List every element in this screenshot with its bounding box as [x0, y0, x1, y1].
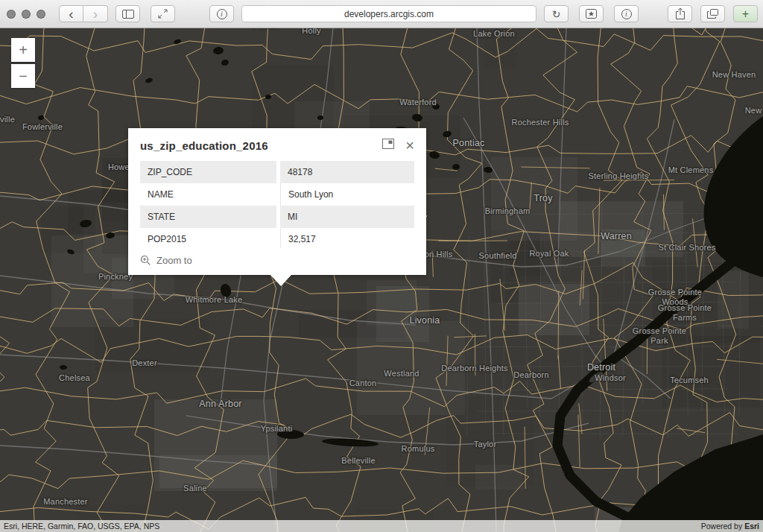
esri-link[interactable]: Esri [744, 522, 759, 531]
site-info-button[interactable] [614, 5, 639, 22]
map-canvas[interactable]: FentonHollyLake OrionNew HavenNewWaterfo… [0, 28, 763, 532]
field-value: 32,517 [280, 228, 414, 247]
minimize-window-button[interactable] [22, 10, 31, 19]
url-text: developers.arcgis.com [344, 9, 434, 19]
sidebar-icon [122, 10, 134, 19]
share-icon [675, 7, 686, 20]
zoom-controls: + − [11, 38, 35, 90]
powered-by: Powered by Esri [701, 522, 759, 531]
attribution-sources: Esri, HERE, Garmin, FAO, USGS, EPA, NPS [4, 522, 159, 531]
magnifier-plus-icon [140, 255, 151, 266]
field-name: ZIP_CODE [140, 161, 276, 183]
field-value: MI [280, 206, 414, 228]
browser-chrome: ‹ › developers.arcgis.com ↻ + [0, 0, 763, 28]
close-window-button[interactable] [7, 10, 16, 19]
url-field[interactable]: developers.arcgis.com [241, 5, 536, 22]
table-row: NAME South Lyon [140, 183, 414, 206]
favorites-button[interactable] [579, 5, 604, 22]
close-popup-button[interactable]: × [405, 140, 414, 151]
nav-buttons: ‹ › [59, 5, 108, 22]
attribution-bar: Esri, HERE, Garmin, FAO, USGS, EPA, NPS … [0, 520, 763, 532]
dock-popup-button[interactable] [382, 139, 394, 152]
tabs-icon [707, 9, 718, 19]
refresh-icon: ↻ [552, 8, 561, 20]
table-row: STATE MI [140, 206, 414, 228]
plus-icon: + [742, 7, 749, 21]
table-row: POP2015 32,517 [140, 228, 414, 247]
back-button[interactable]: ‹ [59, 5, 83, 22]
info-icon [621, 9, 632, 19]
tab-overview-button[interactable] [700, 5, 725, 22]
forward-button[interactable]: › [83, 5, 108, 22]
expand-button[interactable] [151, 5, 175, 22]
feature-popup: us_zip_education_2016 × ZIP_CODE 48178 N… [128, 128, 426, 275]
sidebar-button[interactable] [115, 5, 140, 22]
forward-icon: › [93, 7, 98, 21]
zoom-out-button[interactable]: − [11, 64, 35, 88]
field-name: STATE [140, 206, 276, 228]
popup-header: us_zip_education_2016 × [128, 128, 426, 159]
page-info-button[interactable] [209, 5, 234, 22]
field-name: POP2015 [140, 228, 276, 247]
share-button[interactable] [668, 5, 692, 22]
popup-title: us_zip_education_2016 [140, 139, 382, 152]
field-value: South Lyon [280, 183, 414, 206]
zoom-in-button[interactable]: + [11, 38, 35, 62]
expand-icon [158, 9, 168, 19]
table-row: ZIP_CODE 48178 [140, 161, 414, 183]
field-name: NAME [140, 183, 276, 206]
field-value: 48178 [280, 161, 414, 183]
dock-icon [382, 139, 394, 149]
basemap [0, 28, 763, 532]
zoom-window-button[interactable] [37, 10, 45, 19]
traffic-lights [7, 10, 45, 19]
zoom-to-label: Zoom to [156, 255, 192, 266]
attribute-table: ZIP_CODE 48178 NAME South Lyon STATE MI … [140, 161, 414, 247]
chrome-right-cluster: + [668, 5, 758, 22]
new-tab-button[interactable]: + [733, 5, 758, 22]
back-icon: ‹ [69, 7, 73, 21]
star-icon [586, 9, 597, 19]
popup-pointer [270, 275, 291, 286]
refresh-button[interactable]: ↻ [544, 5, 569, 22]
zoom-to-link[interactable]: Zoom to [128, 247, 426, 275]
info-icon [217, 9, 227, 19]
